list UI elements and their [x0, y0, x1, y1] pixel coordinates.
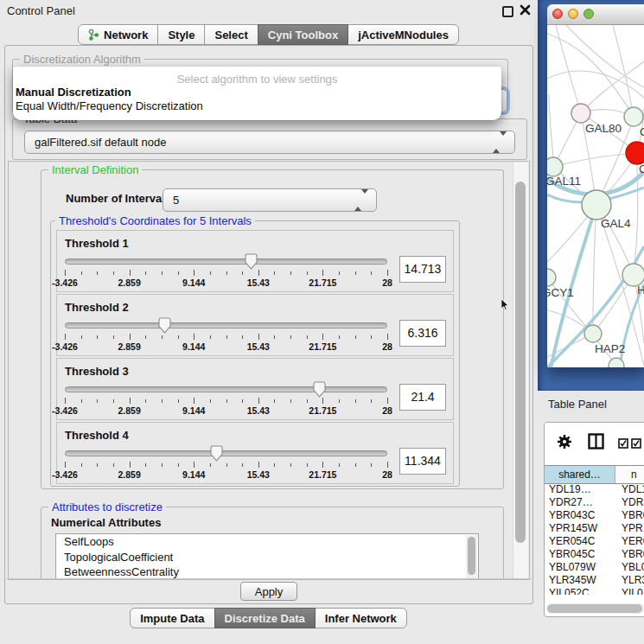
cell-shared-name[interactable]: YIL052C	[545, 587, 615, 595]
threshold-value-field[interactable]: 11.344	[399, 448, 446, 475]
network-window[interactable]: GAL80GCGAL11GAL4GCY1HHAP2	[547, 4, 644, 367]
attribute-item-selfloops[interactable]: SelfLoops	[56, 534, 478, 550]
cell-shared-name[interactable]: YER054C	[545, 535, 615, 548]
dropdown-item-equal-width-frequency-discretization[interactable]: Equal Width/Frequency Discretization	[13, 99, 501, 113]
network-edge[interactable]	[554, 153, 637, 167]
cell-name[interactable]: YIL0	[615, 587, 643, 595]
table-row[interactable]: YER054CYER0	[545, 535, 644, 548]
cell-shared-name[interactable]: YDL19…	[545, 483, 615, 496]
slider-thumb[interactable]	[210, 445, 223, 462]
table-row[interactable]: YLR345WYLR3	[545, 574, 644, 587]
threshold-value-field[interactable]: 21.4	[399, 384, 446, 411]
slider-track[interactable]	[65, 386, 387, 392]
slider-track[interactable]	[65, 450, 387, 456]
scrollbar-thumb[interactable]	[547, 604, 642, 613]
network-node-g[interactable]	[624, 107, 643, 126]
cell-name[interactable]: YBR0	[615, 548, 644, 561]
cell-shared-name[interactable]: YDR27…	[545, 496, 615, 509]
network-canvas[interactable]: GAL80GCGAL11GAL4GCY1HHAP2	[547, 25, 644, 367]
vertical-scrollbar[interactable]	[513, 163, 528, 578]
tab-select[interactable]: Select	[204, 24, 258, 45]
network-edge[interactable]	[547, 34, 634, 117]
slider-thumb[interactable]	[158, 317, 171, 334]
cell-shared-name[interactable]: YPR145W	[545, 522, 615, 535]
cell-name[interactable]: YPR1	[615, 522, 644, 535]
slider-thumb[interactable]	[245, 253, 258, 270]
network-node-hap2[interactable]	[584, 325, 602, 342]
threshold-slider[interactable]: -3.4262.8599.14415.4321.71528	[65, 445, 387, 481]
network-edge[interactable]	[549, 94, 554, 167]
columns-icon[interactable]	[588, 433, 604, 453]
tab-cyni-toolbox[interactable]: Cyni Toolbox	[258, 24, 348, 45]
cell-shared-name[interactable]: YBR043C	[545, 509, 615, 522]
minimize-traffic-light-icon[interactable]	[568, 9, 578, 19]
close-icon[interactable]	[520, 4, 532, 16]
zoom-traffic-light-icon[interactable]	[583, 9, 594, 19]
float-window-icon[interactable]	[502, 6, 513, 17]
slider-tick	[97, 399, 98, 403]
table-row[interactable]: YPR145WYPR1	[545, 522, 644, 535]
slider-track[interactable]	[65, 322, 387, 328]
slider-track[interactable]	[65, 258, 387, 265]
slider-tick	[210, 271, 211, 275]
scrollbar-thumb[interactable]	[468, 537, 475, 575]
apply-button[interactable]: Apply	[240, 582, 297, 601]
number-of-intervals-combobox[interactable]: 5	[163, 188, 377, 212]
network-node-gcy1[interactable]	[547, 269, 556, 286]
gear-icon[interactable]	[557, 434, 572, 453]
tab-infer-network[interactable]: Infer Network	[315, 608, 407, 628]
table-row[interactable]: YBR045CYBR0	[545, 548, 644, 561]
network-edge[interactable]	[566, 25, 644, 87]
numerical-attributes-list[interactable]: SelfLoopsTopologicalCoefficientBetweenne…	[55, 533, 479, 580]
cell-name[interactable]: YDR2	[615, 496, 644, 509]
column-header-name[interactable]: n	[615, 466, 644, 483]
threshold-value-field[interactable]: 14.713	[399, 256, 446, 283]
network-edge[interactable]	[581, 61, 644, 113]
tab-discretize-data[interactable]: Discretize Data	[214, 608, 316, 628]
table-row[interactable]: YBR043CYBR0	[545, 509, 644, 522]
close-traffic-light-icon[interactable]	[552, 9, 563, 19]
cell-name[interactable]: YBL0	[615, 561, 644, 574]
table-row[interactable]: YDL19…YDL1	[545, 483, 644, 496]
attribute-item-betweennesscentrality[interactable]: BetweennessCentrality	[56, 564, 478, 580]
cell-name[interactable]: YER0	[615, 535, 644, 548]
slider-tick	[322, 398, 323, 404]
tab-style[interactable]: Style	[157, 24, 205, 45]
scrollbar-thumb[interactable]	[515, 182, 526, 543]
table-toolbar	[545, 423, 644, 465]
checkbox-icon[interactable]	[631, 437, 641, 452]
threshold-slider[interactable]: -3.4262.8599.14415.4321.71528	[65, 381, 387, 418]
threshold-value-field[interactable]: 6.316	[399, 320, 446, 347]
table-row[interactable]: YIL052CYIL0	[545, 587, 644, 595]
network-node-gal4[interactable]	[582, 190, 611, 220]
dropdown-item-list: Manual DiscretizationEqual Width/Frequen…	[13, 86, 501, 113]
network-node-gal11[interactable]	[547, 157, 563, 176]
network-node-gal80[interactable]	[571, 104, 590, 123]
cell-shared-name[interactable]: YLR345W	[545, 574, 615, 587]
horizontal-scrollbar[interactable]	[546, 603, 644, 614]
network-node-c[interactable]	[626, 142, 644, 164]
threshold-slider[interactable]: -3.4262.8599.14415.4321.71528	[65, 317, 387, 354]
dropdown-item-manual-discretization[interactable]: Manual Discretization	[13, 86, 501, 99]
table-row[interactable]: YBL079WYBL0	[545, 561, 644, 574]
attribute-item-topologicalcoefficient[interactable]: TopologicalCoefficient	[56, 550, 478, 565]
slider-tick	[322, 462, 323, 468]
tab-impute-data[interactable]: Impute Data	[130, 608, 214, 628]
cell-name[interactable]: YBR0	[615, 509, 644, 522]
attributes-list-scrollbar[interactable]	[466, 535, 477, 580]
slider-thumb[interactable]	[313, 381, 326, 398]
tab-network[interactable]: Network	[78, 24, 158, 45]
checkbox-icon[interactable]	[618, 437, 628, 452]
table-row[interactable]: YDR27…YDR2	[545, 496, 644, 509]
cell-shared-name[interactable]: YBL079W	[545, 561, 615, 574]
table-data-combobox[interactable]: galFiltered.sif default node	[24, 131, 515, 154]
cell-name[interactable]: YDL1	[615, 483, 644, 496]
cell-name[interactable]: YLR3	[615, 574, 644, 587]
tab-jactivemnodules[interactable]: jActiveMNodules	[348, 24, 459, 45]
network-edge[interactable]	[613, 25, 634, 117]
column-header-shared-name[interactable]: shared…	[545, 466, 615, 483]
cell-shared-name[interactable]: YBR045C	[545, 548, 615, 561]
network-window-titlebar[interactable]	[547, 4, 644, 25]
threshold-slider[interactable]: -3.4262.8599.14415.4321.71528	[65, 253, 387, 290]
network-node[interactable]	[609, 358, 624, 367]
